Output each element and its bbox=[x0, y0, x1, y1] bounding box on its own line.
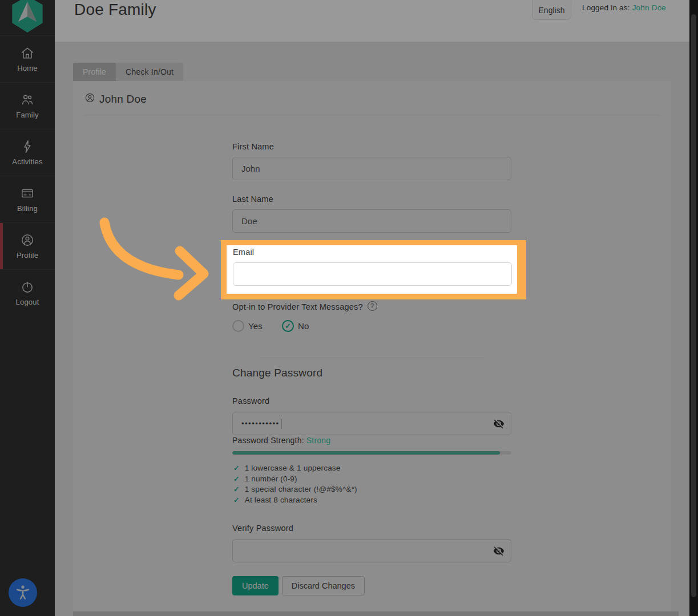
email-label: Email bbox=[233, 248, 254, 257]
email-highlight-inner: Email bbox=[227, 245, 517, 294]
screen: Home Family Activities Billing bbox=[0, 0, 698, 616]
dim-overlay bbox=[0, 0, 698, 616]
email-highlight-box: Email bbox=[221, 240, 526, 299]
email-input[interactable] bbox=[233, 262, 512, 286]
